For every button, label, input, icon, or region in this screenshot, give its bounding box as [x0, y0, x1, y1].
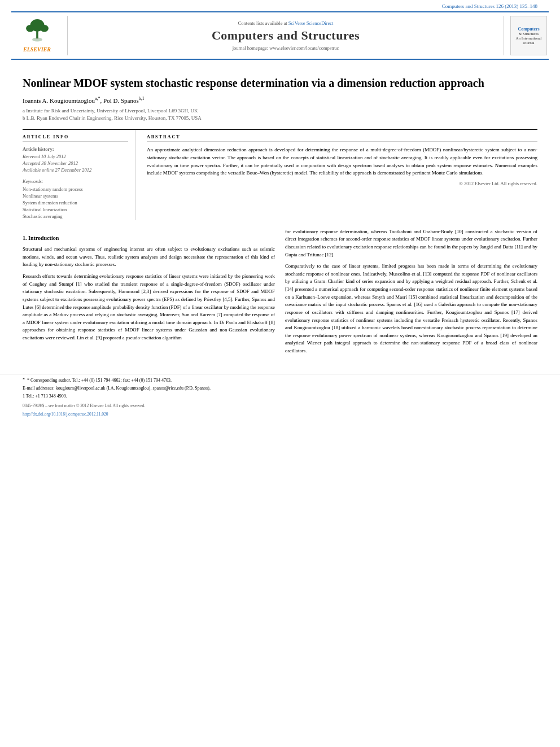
article-info-abstract: ARTICLE INFO Article history: Received 1… — [23, 129, 537, 220]
author2-sup: b,1 — [139, 96, 145, 101]
intro-title: 1. Introduction — [23, 234, 275, 243]
journal-title: Computers and Structures — [212, 28, 360, 43]
paper-right-col: for evolutionary response determination,… — [285, 228, 537, 359]
paper-left-col: 1. Introduction Structural and mechanica… — [23, 228, 275, 359]
article-info-header: ARTICLE INFO — [23, 134, 128, 142]
journal-thumb: Computers & Structures An International … — [504, 16, 549, 55]
affiliations: a Institute for Risk and Uncertainty, Un… — [23, 107, 537, 123]
footnote-one-text: 1 Tel.: +1 713 348 4909. — [23, 393, 67, 400]
keyword-2: Nonlinear systems — [23, 193, 128, 199]
sciverse-link[interactable]: SciVerse ScienceDirect — [288, 20, 334, 26]
author1: Ioannis A. Kougioumtzoglou — [23, 97, 95, 104]
svg-point-3 — [26, 24, 34, 32]
keyword-1: Non-stationary random process — [23, 186, 128, 192]
svg-point-4 — [40, 24, 48, 32]
journal-header: ELSEVIER Contents lists available at Sci… — [11, 11, 549, 60]
affil-b: b L.B. Ryan Endowed Chair in Engineering… — [23, 115, 537, 123]
accepted-date: Accepted 30 November 2012 — [23, 160, 128, 166]
journal-center: Contents lists available at SciVerse Sci… — [68, 16, 504, 55]
abstract-col: ABSTRACT An approximate analytical dimen… — [147, 130, 537, 220]
journal-url: journal homepage: www.elsevier.com/locat… — [233, 45, 339, 51]
footnote-one: 1 Tel.: +1 713 348 4909. — [23, 393, 537, 400]
author1-sup: a,* — [95, 96, 100, 101]
article-info-col: ARTICLE INFO Article history: Received 1… — [23, 130, 135, 220]
article-history: Article history: Received 10 July 2012 A… — [23, 146, 128, 173]
intro-para2: Research efforts towards determining evo… — [23, 273, 275, 342]
elsevier-logo: ELSEVIER — [11, 16, 68, 55]
intro-para3: for evolutionary response determination,… — [285, 228, 537, 259]
keyword-3: System dimension reduction — [23, 200, 128, 206]
contents-line: Contents lists available at SciVerse Sci… — [238, 20, 334, 26]
affil-a: a Institute for Risk and Uncertainty, Un… — [23, 107, 537, 115]
elsevier-tree-icon — [20, 19, 54, 45]
footnote-email-text: E-mail addresses: kougioum@liverpool.ac.… — [23, 385, 211, 392]
keywords-section: Keywords: Non-stationary random process … — [23, 178, 128, 219]
author2: , Pol D. Spanos — [100, 97, 139, 104]
intro-para1: Structural and mechanical systems of eng… — [23, 246, 275, 269]
received-date: Received 10 July 2012 — [23, 154, 128, 159]
journal-citation: Computers and Structures 126 (2013) 135–… — [0, 0, 560, 11]
abstract-header: ABSTRACT — [147, 134, 537, 142]
abstract-text: An approximate analytical dimension redu… — [147, 146, 537, 178]
footnote-email: E-mail addresses: kougioum@liverpool.ac.… — [23, 385, 537, 392]
footnote-star: * * Corresponding author. Tel.: +44 (0) … — [23, 377, 537, 384]
svg-rect-1 — [36, 30, 38, 38]
keyword-5: Stochastic averaging — [23, 213, 128, 219]
footnote-star-text: * Corresponding author. Tel.: +44 (0) 15… — [27, 377, 172, 384]
issn-text: 0045-7949/$ – see front matter © 2012 El… — [23, 403, 145, 408]
authors-line: Ioannis A. Kougioumtzogloua,*, Pol D. Sp… — [23, 96, 537, 104]
history-label: Article history: — [23, 146, 128, 152]
available-date: Available online 27 December 2012 — [23, 167, 128, 173]
doi-link[interactable]: http://dx.doi.org/10.1016/j.compstruc.20… — [23, 412, 108, 417]
page: Computers and Structures 126 (2013) 135–… — [0, 0, 560, 747]
intro-para4: Comparatively to the case of linear syst… — [285, 263, 537, 355]
elsevier-brand: ELSEVIER — [23, 46, 51, 53]
footer: * * Corresponding author. Tel.: +44 (0) … — [0, 374, 560, 417]
copyright: © 2012 Elsevier Ltd. All rights reserved… — [147, 181, 537, 186]
doi-line: http://dx.doi.org/10.1016/j.compstruc.20… — [23, 412, 537, 417]
keyword-4: Statistical linearization — [23, 207, 128, 212]
keywords-label: Keywords: — [23, 178, 128, 184]
article-title: Nonlinear MDOF system stochastic respons… — [23, 76, 537, 90]
footer-bottom: 0045-7949/$ – see front matter © 2012 El… — [23, 403, 537, 408]
main-content: Nonlinear MDOF system stochastic respons… — [0, 60, 560, 365]
thumb-image: Computers & Structures An International … — [510, 16, 547, 55]
svg-point-2 — [32, 37, 42, 41]
paper-body: 1. Introduction Structural and mechanica… — [23, 228, 537, 359]
